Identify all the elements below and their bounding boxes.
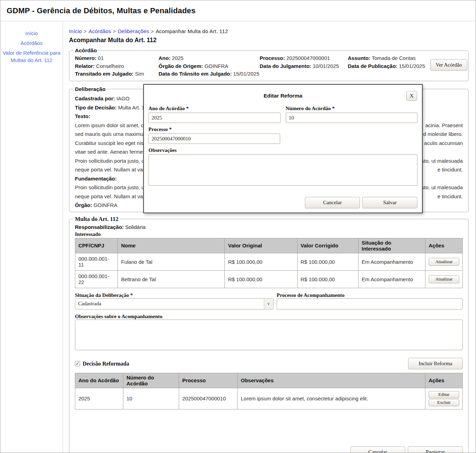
tipo-decisao-label: Tipo de Decisão: <box>75 105 117 110</box>
data-julgamento-label: Data do Julgamento: <box>260 63 311 69</box>
acordao-fieldset: Acórdão Número: 01 Ano: 2025 Processo: 2… <box>69 47 469 81</box>
situacao-deliberacao-label: Situação da Deliberação * <box>75 292 274 298</box>
breadcrumb-link-acordaos[interactable]: Acórdãos <box>89 28 111 34</box>
modal-numero-acordao-label: Número do Acórdão * <box>286 106 418 112</box>
breadcrumb-link-inicio[interactable]: Início <box>69 28 82 34</box>
modal-ano-acordao-input[interactable] <box>148 113 281 123</box>
transitado-label: Transitado em Julgado: <box>75 71 133 77</box>
data-transito-label: Data do Trânsito em Julgado: <box>159 71 232 77</box>
data-publicacao-value: 15/01/2025 <box>399 63 425 69</box>
sidebar-item-inicio[interactable]: Início <box>2 30 61 37</box>
fundamentacao-label: Fundamentação: <box>75 176 117 182</box>
col-ano-acordao: Ano do Acórdão <box>75 373 123 388</box>
reforma-table: Ano do Acórdão Número do Acórdão Process… <box>75 373 463 409</box>
orgao-value: GOINFRA <box>93 202 117 208</box>
breadcrumb: Início>Acórdãos>Deliberações>Acompanhar … <box>69 28 469 34</box>
ano-value: 2025 <box>172 55 183 61</box>
multa-legend: Multa do Art. 112 <box>74 216 120 223</box>
breadcrumb-separator: > <box>113 28 116 34</box>
data-transito-value: 15/01/2025 <box>233 71 259 77</box>
close-icon[interactable]: X <box>406 91 417 101</box>
modal-salvar-button[interactable]: Salvar <box>362 197 417 208</box>
interessado-header-row: CPF/CNPJ Nome Valor Original Valor Corri… <box>75 238 463 253</box>
relator-value: Conselheiro <box>96 63 124 69</box>
numero-label: Número: <box>75 55 97 61</box>
responsabilizacao-value: Solidária <box>125 224 145 230</box>
observacoes-acompanhamento-textarea[interactable] <box>75 320 463 350</box>
numero-value: 01 <box>98 55 104 61</box>
reforma-header-row: Ano do Acórdão Número do Acórdão Process… <box>75 373 463 388</box>
chevron-down-icon: ∨ <box>264 299 273 309</box>
col-situacao: Situação do Interessado <box>358 238 425 253</box>
processo-label: Processo: <box>260 55 285 61</box>
cadastrada-por-label: Cadastrada por: <box>75 95 115 101</box>
acordao-legend: Acórdão <box>74 47 98 54</box>
acordao-row: Número: 01 Ano: 2025 Processo: 202500047… <box>75 54 463 62</box>
interessado-label: Interessado <box>75 231 463 237</box>
decisao-reformada-label: Decisão Reformada <box>83 361 129 367</box>
acordao-row: Relator: Conselheiro Órgão de Origem: GO… <box>75 62 463 70</box>
orgao-origem-value: GOINFRA <box>205 63 228 69</box>
situacao-selected-value: Cadastrada <box>78 301 101 307</box>
app-title: GDMP - Gerência de Débitos, Multas e Pen… <box>7 6 195 15</box>
breadcrumb-separator: > <box>84 28 87 34</box>
table-row: 000.000.001-11 Fulano de Tal R$ 100.000,… <box>75 253 463 270</box>
col-processo: Processo <box>179 373 238 388</box>
atualizar-button[interactable]: Atualizar <box>429 258 459 266</box>
modal-ano-acordao-label: Ano do Acórdão * <box>148 106 281 112</box>
modal-numero-acordao-input[interactable] <box>286 113 418 123</box>
registrar-button[interactable]: Registrar <box>408 446 463 453</box>
transitado-value: Sim <box>135 71 144 77</box>
sidebar-item-valor-referencia[interactable]: Valor de Referência para Multas do Art. … <box>2 49 61 64</box>
data-julgamento-value: 10/01/2025 <box>313 63 339 69</box>
data-publicacao-label: Data de Publicação: <box>348 63 398 69</box>
col-valor-original: Valor Original <box>225 238 297 253</box>
modal-observacoes-textarea[interactable] <box>148 154 417 186</box>
acordao-row: Transitado em Julgado: Sim Data do Trâns… <box>75 70 463 78</box>
modal-title: Editar Reforma <box>148 91 417 101</box>
breadcrumb-current: Acompanhar Multa do Art. 112 <box>156 28 228 34</box>
modal-cancelar-button[interactable]: Cancelar <box>305 197 360 208</box>
col-observacoes: Observações <box>238 373 425 388</box>
col-valor-corrigido: Valor Corrigido <box>297 238 358 253</box>
assunto-label: Assunto: <box>348 55 370 61</box>
orgao-origem-label: Órgão de Origem: <box>159 63 203 69</box>
modal-observacoes-label: Observações <box>148 147 417 153</box>
table-row: 000.000.001-22 Beltrano de Tal R$ 100.00… <box>75 270 463 288</box>
orgao-label: Órgão: <box>75 202 92 208</box>
page-title: Acompanhar Multa do Art. 112 <box>69 37 469 44</box>
multa-fieldset: Multa do Art. 112 Responsabilização: Sol… <box>69 216 469 453</box>
col-acoes: Ações <box>425 373 463 388</box>
sidebar-item-acordaos[interactable]: Acórdãos <box>2 39 61 47</box>
cadastrada-por-value: IAGO <box>116 95 130 101</box>
observacoes-acompanhamento-label: Observações sobre o Acompanhamento <box>75 314 463 320</box>
ver-acordao-button[interactable]: Ver Acórdão <box>430 59 467 71</box>
processo-value: 202500047000001 <box>286 55 330 61</box>
decisao-reformada-checkbox[interactable]: ✓ <box>75 361 80 366</box>
cancelar-button[interactable]: Cancelar <box>350 446 405 453</box>
sidebar: Início Acórdãos Valor de Referência para… <box>0 21 63 453</box>
atualizar-button[interactable]: Atualizar <box>429 275 459 283</box>
table-row: 2025 10 202500047000010 Lorem ipsum dolo… <box>75 388 463 409</box>
deliberacao-legend: Deliberação <box>74 85 107 94</box>
processo-acompanhamento-label: Processo de Acompanhamento <box>277 292 463 298</box>
modal-processo-label: Processo * <box>148 126 280 132</box>
editar-button[interactable]: Editar <box>429 391 459 398</box>
excluir-button[interactable]: Excluir <box>429 399 459 406</box>
relator-label: Relator: <box>75 63 95 69</box>
col-cpf-cnpj: CPF/CNPJ <box>75 238 118 253</box>
col-numero-acordao: Número do Acórdão <box>123 373 179 388</box>
modal-processo-input[interactable] <box>148 133 280 144</box>
processo-acompanhamento-input[interactable] <box>277 298 463 309</box>
page-root: GDMP - Gerência de Débitos, Multas e Pen… <box>0 0 476 453</box>
breadcrumb-link-deliberacoes[interactable]: Deliberações <box>118 28 149 34</box>
editar-reforma-modal: Editar Reforma X Ano do Acórdão * Número… <box>143 84 423 213</box>
col-nome: Nome <box>118 238 225 253</box>
texto-label: Texto: <box>75 113 90 119</box>
situacao-deliberacao-select[interactable]: Cadastrada ∨ <box>75 298 274 309</box>
app-header: GDMP - Gerência de Débitos, Multas e Pen… <box>0 0 476 21</box>
incluir-reforma-button[interactable]: Incluir Reforma <box>408 358 463 369</box>
col-acoes: Ações <box>425 238 463 253</box>
responsabilizacao-label: Responsabilização: <box>75 224 124 230</box>
interessado-table: CPF/CNPJ Nome Valor Original Valor Corri… <box>75 238 463 288</box>
